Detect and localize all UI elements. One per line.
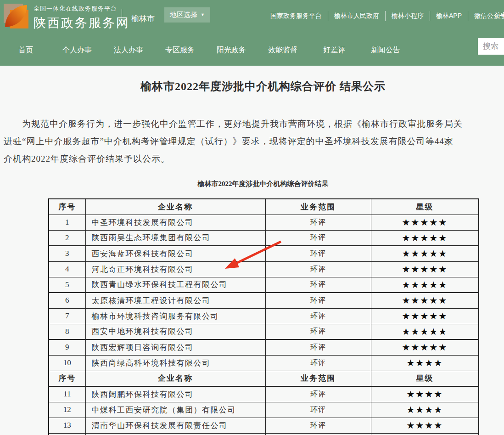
cell-star-rating: ★★★★★ — [371, 215, 479, 230]
header-quick-link[interactable]: 榆林小程序 — [385, 11, 430, 21]
cell-company-name — [85, 433, 265, 435]
cell-business-scope: 环评 — [265, 386, 371, 402]
region-selector-button[interactable]: 地区选择 ▼ — [164, 7, 210, 23]
brand-block: 全国一体化在线政务服务平台 陕西政务服务网 — [34, 5, 130, 31]
cell-business-scope: 环评 — [265, 402, 371, 418]
cell-company-name: 陕西阔鹏环保科技有限公司 — [85, 386, 265, 402]
cell-company-name: 河北奇正环境科技有限公司 — [85, 261, 265, 277]
table-row: 6 太原核清环境工程设计有限公司 环评 ★★★★★ — [49, 293, 479, 308]
column-header-scope: 业务范围 — [265, 199, 371, 215]
nav-item[interactable]: 专区服务 — [154, 34, 206, 66]
cell-no: 10 — [49, 355, 85, 371]
header-quick-link[interactable]: 榆林市人民政府 — [328, 11, 385, 21]
column-header-stars: 星级 — [371, 199, 479, 215]
cell-company-name: 渭南华山环保科技发展有限责任公司 — [85, 418, 265, 433]
header-quick-link[interactable]: 榆林APP — [430, 11, 468, 21]
cell-business-scope: 环评 — [265, 230, 371, 246]
nav-item[interactable]: 新闻公告 — [360, 34, 411, 66]
cell-business-scope: 环评 — [265, 324, 371, 339]
column-header-name: 企业名称 — [85, 371, 265, 386]
nav-item[interactable]: 好差评 — [308, 34, 360, 66]
nav-item[interactable]: 效能监督 — [257, 34, 308, 66]
platform-tagline: 全国一体化在线政务服务平台 — [34, 5, 130, 13]
cell-star-rating — [371, 433, 479, 435]
cell-business-scope: 环评 — [265, 246, 371, 261]
cell-no: 2 — [49, 230, 85, 246]
chevron-down-icon: ▼ — [201, 13, 205, 17]
cell-star-rating: ★★★★★ — [371, 339, 479, 355]
table-row: 9 陕西宏辉项目咨询有限公司 环评 ★★★★★ — [49, 339, 479, 355]
cell-business-scope: 环评 — [265, 277, 371, 293]
cell-company-name: 榆林市环境科技咨询服务有限公司 — [85, 308, 265, 324]
cell-star-rating: ★★★★ — [371, 402, 479, 418]
announcement-paragraph: 为规范中介服务行为，进一步强化中介监管工作，更好地提升我市营商环境，根据《榆林市… — [4, 115, 504, 168]
table-header-row: 序号 企业名称 业务范围 星级 — [49, 371, 479, 386]
table-row: 8 西安中地环境科技有限公司 环评 ★★★★★ — [49, 324, 479, 339]
cell-company-name: 西安海蓝环保科技有限公司 — [85, 246, 265, 261]
paragraph-line: 进驻“网上中介服务超市”中介机构考评管理规定（试行）》要求，现将评定的中圣环境科… — [4, 133, 504, 150]
cell-business-scope: 环评 — [265, 355, 371, 371]
cell-no: 4 — [49, 261, 85, 277]
nav-item[interactable]: 阳光政务 — [206, 34, 257, 66]
cell-company-name: 陕西宏辉项目咨询有限公司 — [85, 339, 265, 355]
cell-no — [49, 433, 85, 435]
header-divider — [122, 9, 122, 27]
cell-star-rating: ★★★★ — [371, 386, 479, 402]
current-city-label: 榆林市 — [131, 13, 155, 24]
cell-no: 13 — [49, 418, 85, 433]
cell-company-name: 陕西雨昊生态环境集团有限公司 — [85, 230, 265, 246]
nav-item[interactable]: 首页 — [0, 34, 51, 66]
table-row — [49, 433, 479, 435]
table-header-row: 序号 企业名称 业务范围 星级 — [49, 199, 479, 215]
cell-star-rating: ★★★★ — [371, 355, 479, 371]
site-name[interactable]: 陕西政务服务网 — [34, 15, 130, 31]
evaluation-table: 序号 企业名称 业务范围 星级 1 中圣环境科技发展有限公司 环评 ★★★★★ … — [48, 198, 479, 435]
cell-star-rating: ★★★★★ — [371, 261, 479, 277]
page: { "header": { "platform_tagline": "全国一体化… — [0, 0, 504, 435]
column-header-stars: 星级 — [371, 371, 479, 386]
site-header: 全国一体化在线政务服务平台 陕西政务服务网 榆林市 地区选择 ▼ 国家政务服务平… — [0, 0, 504, 66]
main-nav: 首页个人办事法人办事专区服务阳光政务效能监督好差评新闻公告 — [0, 34, 504, 66]
paragraph-line: 为规范中介服务行为，进一步强化中介监管工作，更好地提升我市营商环境，根据《榆林市… — [4, 115, 504, 133]
cell-star-rating: ★★★★★ — [371, 246, 479, 261]
cell-no: 8 — [49, 324, 85, 339]
cell-no: 7 — [49, 308, 85, 324]
cell-company-name: 陕西青山绿水环保科技工程有限公司 — [85, 277, 265, 293]
cell-no: 3 — [49, 246, 85, 261]
table-row: 2 陕西雨昊生态环境集团有限公司 环评 ★★★★★ — [49, 230, 479, 246]
announcement-page: 榆林市2022年度涉批中介机构综合评价 结果公示 为规范中介服务行为，进一步强化… — [0, 66, 504, 435]
nav-item[interactable]: 法人办事 — [103, 34, 154, 66]
cell-company-name: 中圣环境科技发展有限公司 — [85, 215, 265, 230]
nav-item[interactable]: 个人办事 — [51, 34, 103, 66]
cell-business-scope: 环评 — [265, 418, 371, 433]
search-input[interactable] — [478, 38, 504, 55]
table-row: 7 榆林市环境科技咨询服务有限公司 环评 ★★★★★ — [49, 308, 479, 324]
cell-business-scope: 环评 — [265, 339, 371, 355]
cell-star-rating: ★★★★★ — [371, 324, 479, 339]
cell-business-scope: 环评 — [265, 261, 371, 277]
cell-no: 6 — [49, 293, 85, 308]
cell-star-rating: ★★★★★ — [371, 308, 479, 324]
main-nav-list: 首页个人办事法人办事专区服务阳光政务效能监督好差评新闻公告 — [0, 34, 504, 66]
region-selector-label: 地区选择 — [170, 11, 197, 19]
cell-star-rating: ★★★★★ — [371, 230, 479, 246]
table-row: 10 陕西尚绿高科环境科技有限公司 环评 ★★★★ — [49, 355, 479, 371]
evaluation-table-body: 序号 企业名称 业务范围 星级 1 中圣环境科技发展有限公司 环评 ★★★★★ … — [49, 199, 479, 435]
cell-no: 1 — [49, 215, 85, 230]
announcement-document: 榆林市2022年度涉批中介机构综合评价 结果公示 为规范中介服务行为，进一步强化… — [4, 66, 504, 435]
cell-business-scope: 环评 — [265, 308, 371, 324]
cell-star-rating: ★★★★★ — [371, 277, 479, 293]
header-quick-link[interactable]: 国家政务服务平台 — [264, 11, 328, 21]
cell-business-scope: 环评 — [265, 293, 371, 308]
table-row: 4 河北奇正环境科技有限公司 环评 ★★★★★ — [49, 261, 479, 277]
site-logo-icon[interactable] — [4, 4, 28, 28]
cell-business-scope — [265, 433, 371, 435]
page-title: 榆林市2022年度涉批中介机构综合评价 结果公示 — [4, 79, 504, 93]
column-header-scope: 业务范围 — [265, 371, 371, 386]
register-link[interactable]: 注册 — [495, 11, 504, 20]
cell-no: 12 — [49, 402, 85, 418]
table-row: 11 陕西阔鹏环保科技有限公司 环评 ★★★★ — [49, 386, 479, 402]
table-row: 13 渭南华山环保科技发展有限责任公司 环评 ★★★★ — [49, 418, 479, 433]
table-caption: 榆林市2022年度涉批中介机构综合评价结果 — [4, 180, 504, 188]
column-header-name: 企业名称 — [85, 199, 265, 215]
